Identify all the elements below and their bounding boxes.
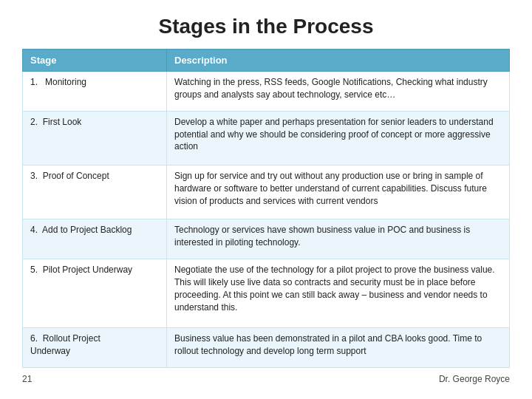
stage-cell: 2. First Look (23, 111, 167, 165)
page-number: 21 (22, 374, 32, 384)
stage-cell: 5. Pilot Project Underway (23, 259, 167, 328)
table-row: 4. Add to Project BacklogTechnology or s… (23, 219, 510, 259)
table-header-row: Stage Description (23, 50, 510, 72)
table-row: 5. Pilot Project UnderwayNegotiate the u… (23, 259, 510, 328)
description-cell: Technology or services have shown busine… (167, 219, 510, 259)
stage-cell: 3. Proof of Concept (23, 166, 167, 219)
author: Dr. George Royce (439, 374, 510, 384)
page-title: Stages in the Process (22, 15, 510, 38)
header-stage: Stage (23, 50, 167, 72)
stage-cell: 1. Monitoring (23, 72, 167, 112)
table-row: 1. MonitoringWatching in the press, RSS … (23, 72, 510, 112)
description-cell: Watching in the press, RSS feeds, Google… (167, 72, 510, 112)
table-row: 3. Proof of ConceptSign up for service a… (23, 166, 510, 219)
description-cell: Business value has been demonstrated in … (167, 328, 510, 368)
stage-cell: 6. Rollout Project Underway (23, 328, 167, 368)
table-row: 6. Rollout Project UnderwayBusiness valu… (23, 328, 510, 368)
description-cell: Negotiate the use of the technology for … (167, 259, 510, 328)
stage-cell: 4. Add to Project Backlog (23, 219, 167, 259)
header-description: Description (167, 50, 510, 72)
table-row: 2. First LookDevelop a white paper and p… (23, 111, 510, 165)
page-container: Stages in the Process Stage Description … (0, 0, 532, 399)
footer: 21 Dr. George Royce (22, 368, 510, 384)
description-cell: Develop a white paper and perhaps presen… (167, 111, 510, 165)
stages-table: Stage Description 1. MonitoringWatching … (22, 49, 510, 368)
description-cell: Sign up for service and try out without … (167, 166, 510, 219)
